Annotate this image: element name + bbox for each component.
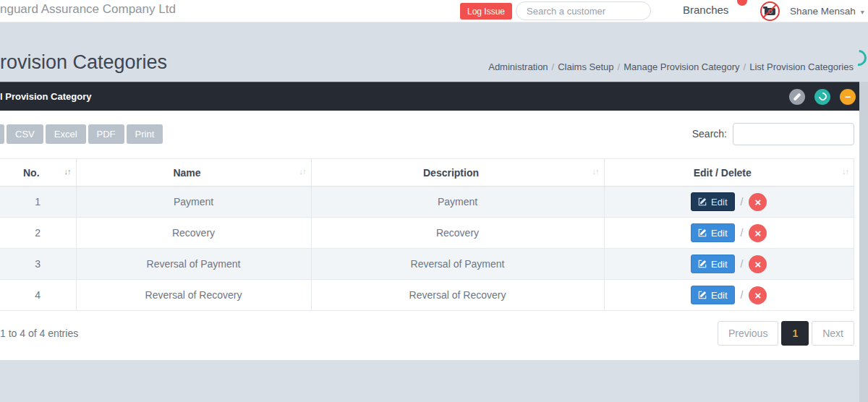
export-excel-button[interactable]: Excel xyxy=(46,124,86,144)
refresh-icon xyxy=(817,91,827,102)
broken-avatar-image-icon[interactable] xyxy=(760,1,780,21)
close-icon: × xyxy=(755,289,762,302)
column-header-name[interactable]: Name↓↑ xyxy=(76,159,311,187)
table-search-input[interactable] xyxy=(733,123,854,145)
vertical-scrollbar[interactable] xyxy=(859,82,868,402)
close-icon: × xyxy=(755,196,762,208)
user-name: Shane Mensah xyxy=(790,6,856,17)
provision-category-panel: l Provision Category − CSV Excel PDF Pri… xyxy=(0,82,859,360)
page-title: rovision Categories xyxy=(0,51,167,74)
delete-button[interactable]: × xyxy=(749,286,767,304)
sort-icon: ↓↑ xyxy=(592,167,599,176)
edit-icon xyxy=(698,197,707,206)
cell-description: Recovery xyxy=(311,218,604,249)
table-row: 2 Recovery Recovery Edit / × xyxy=(0,218,854,249)
cell-no: 3 xyxy=(0,249,76,280)
panel-refresh-button[interactable] xyxy=(814,89,830,105)
edit-icon xyxy=(698,260,707,268)
entries-info: 1 to 4 of 4 entries xyxy=(0,328,78,339)
edit-button[interactable]: Edit xyxy=(691,255,734,273)
edit-button[interactable]: Edit xyxy=(691,223,734,242)
wrench-icon xyxy=(793,93,801,100)
sort-icon: ↓↑ xyxy=(842,167,848,176)
edit-button[interactable]: Edit xyxy=(691,286,734,304)
cell-description: Reversal of Payment xyxy=(311,249,604,280)
export-print-button[interactable]: Print xyxy=(127,124,163,144)
delete-button[interactable]: × xyxy=(749,255,767,273)
table-row: 1 Payment Payment Edit / × xyxy=(0,187,854,218)
table-row: 3 Reversal of Payment Reversal of Paymen… xyxy=(0,249,854,280)
delete-button[interactable]: × xyxy=(749,224,767,242)
title-band: rovision Categories Administration/Claim… xyxy=(0,22,868,82)
cell-actions: Edit / × xyxy=(604,249,854,280)
next-page-button[interactable]: Next xyxy=(812,321,854,346)
column-header-no[interactable]: No.↓↑ xyxy=(0,159,76,187)
cell-no: 2 xyxy=(0,218,76,249)
cell-actions: Edit / × xyxy=(604,187,854,218)
edit-button[interactable]: Edit xyxy=(691,192,734,211)
panel-body: CSV Excel PDF Print Search: No.↓↑ Name↓↑ xyxy=(0,111,859,360)
table-row: 4 Reversal of Recovery Reversal of Recov… xyxy=(0,280,854,311)
cell-description: Reversal of Recovery xyxy=(311,280,604,311)
export-pdf-button[interactable]: PDF xyxy=(88,124,124,144)
pagination: Previous 1 Next xyxy=(718,321,854,346)
cell-name: Recovery xyxy=(76,218,311,249)
action-separator: / xyxy=(741,289,744,301)
branches-link[interactable]: Branches xyxy=(683,4,728,16)
sort-icon: ↓↑ xyxy=(299,167,306,176)
sort-icon: ↓↑ xyxy=(64,167,71,176)
cell-actions: Edit / × xyxy=(604,280,854,311)
export-csv-button[interactable]: CSV xyxy=(7,124,43,144)
breadcrumb: Administration/Claims Setup/Manage Provi… xyxy=(488,61,854,72)
action-separator: / xyxy=(741,227,744,239)
table-header-row: No.↓↑ Name↓↑ Description↓↑ Edit / Delete… xyxy=(0,159,854,187)
table-footer: 1 to 4 of 4 entries Previous 1 Next xyxy=(0,321,854,346)
top-navbar: nguard Assurance Company Ltd Log Issue B… xyxy=(0,0,868,22)
notification-badge xyxy=(737,0,747,6)
cell-actions: Edit / × xyxy=(604,218,854,249)
provision-categories-table: No.↓↑ Name↓↑ Description↓↑ Edit / Delete… xyxy=(0,158,854,311)
previous-page-button[interactable]: Previous xyxy=(718,321,778,346)
breadcrumb-item-claims-setup[interactable]: Claims Setup xyxy=(558,61,613,72)
action-separator: / xyxy=(741,196,744,208)
action-separator: / xyxy=(741,258,744,270)
cell-description: Payment xyxy=(311,187,604,218)
cell-name: Reversal of Recovery xyxy=(76,280,311,311)
delete-button[interactable]: × xyxy=(749,193,767,211)
cell-name: Reversal of Payment xyxy=(76,249,311,280)
table-search: Search: xyxy=(692,123,854,145)
close-icon: × xyxy=(755,258,762,270)
breadcrumb-item-list-provision-categories[interactable]: List Provision Categories xyxy=(749,61,854,72)
panel-controls: − xyxy=(789,89,859,105)
export-button-partial[interactable] xyxy=(0,124,4,144)
cell-no: 1 xyxy=(0,187,76,218)
panel-title: l Provision Category xyxy=(0,91,91,102)
breadcrumb-separator: / xyxy=(740,61,750,72)
close-icon: × xyxy=(755,227,762,239)
breadcrumb-item-administration[interactable]: Administration xyxy=(488,61,548,72)
breadcrumb-separator: / xyxy=(614,61,624,72)
customer-search-input[interactable] xyxy=(516,1,651,20)
cell-no: 4 xyxy=(0,280,76,311)
log-issue-button[interactable]: Log Issue xyxy=(460,3,512,20)
edit-icon xyxy=(698,291,707,299)
user-menu[interactable]: Shane Mensah▾ xyxy=(790,6,864,17)
screen: nguard Assurance Company Ltd Log Issue B… xyxy=(0,0,868,402)
column-header-edit-delete[interactable]: Edit / Delete↓↑ xyxy=(604,159,854,187)
panel-settings-button[interactable] xyxy=(789,89,805,105)
export-button-group: CSV Excel PDF Print xyxy=(0,124,163,144)
panel-header: l Provision Category − xyxy=(0,82,859,111)
company-name[interactable]: nguard Assurance Company Ltd xyxy=(0,2,176,17)
caret-down-icon: ▾ xyxy=(861,8,864,16)
table-toolbar: CSV Excel PDF Print Search: xyxy=(0,122,854,145)
column-header-description[interactable]: Description↓↑ xyxy=(311,159,604,187)
breadcrumb-item-manage-provision-category[interactable]: Manage Provision Category xyxy=(624,61,739,72)
breadcrumb-separator: / xyxy=(548,61,558,72)
page-number-button[interactable]: 1 xyxy=(781,321,809,346)
cell-name: Payment xyxy=(76,187,311,218)
table-search-label: Search: xyxy=(692,128,727,140)
edit-icon xyxy=(698,228,707,237)
panel-collapse-button[interactable]: − xyxy=(840,89,856,105)
minus-icon: − xyxy=(845,92,851,102)
